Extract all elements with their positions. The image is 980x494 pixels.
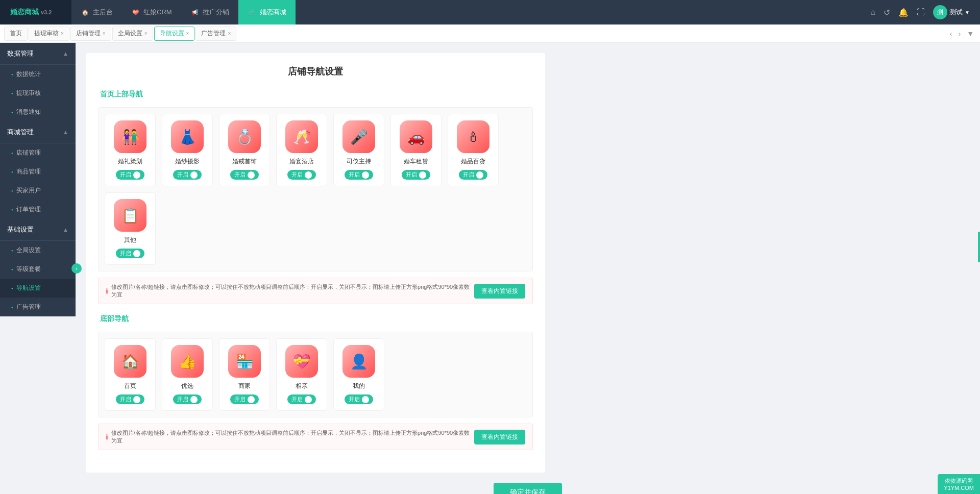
top-tabs: 🏠主后台💝红娘CRM📢推广分销🛒婚恋商城: [71, 0, 860, 24]
tab-close-icon[interactable]: ×: [144, 31, 148, 36]
nav-item-toggle-wedding-photo[interactable]: 开启: [173, 170, 202, 180]
top-tab-label-admin: 主后台: [93, 8, 113, 17]
nav-item-wedding-hotel[interactable]: 🥂婚宴酒店开启: [276, 114, 327, 186]
tab-广告管理[interactable]: 广告管理×: [195, 27, 236, 41]
top-tab-admin[interactable]: 🏠主后台: [71, 0, 122, 24]
nav-item-merchant[interactable]: 🏪商家开启: [219, 338, 270, 411]
nav-item-toggle-wedding-jewelry[interactable]: 开启: [230, 170, 259, 180]
toggle-label-wedding-hotel: 开启: [291, 171, 303, 179]
sidebar-item-withdraw-review[interactable]: 提现审核: [0, 84, 76, 103]
bottom-nav-view-link-button[interactable]: 查看内置链接: [474, 430, 525, 444]
sidebar-item-nav-settings[interactable]: 导航设置: [0, 279, 76, 298]
tab-more-arrow[interactable]: ▼: [965, 30, 976, 38]
top-tab-label-shop: 婚恋商城: [260, 8, 286, 17]
tab-close-icon[interactable]: ×: [228, 31, 231, 36]
nav-item-toggle-merchant[interactable]: 开启: [230, 394, 259, 404]
nav-item-icon-home: 🏠: [114, 345, 146, 378]
nav-item-toggle-mc-host[interactable]: 开启: [345, 170, 373, 180]
toggle-label-merchant: 开启: [234, 396, 246, 403]
sidebar-item-label-nav-settings: 导航设置: [16, 284, 41, 292]
sidebar-item-data-stats[interactable]: 数据统计: [0, 65, 76, 84]
sidebar-section-header-shop-management[interactable]: 商城管理▲: [0, 121, 76, 143]
nav-item-featured[interactable]: 👍优选开启: [162, 338, 213, 411]
nav-item-toggle-car-rental[interactable]: 开启: [402, 170, 430, 180]
toggle-label-featured: 开启: [177, 396, 188, 403]
save-bar: 确定并保存: [86, 473, 970, 494]
home-icon[interactable]: ⌂: [870, 8, 875, 17]
nav-item-toggle-gifts[interactable]: 开启: [459, 170, 487, 180]
nav-item-toggle-wedding-plan[interactable]: 开启: [116, 170, 144, 180]
avatar: 测: [933, 5, 947, 19]
top-nav-info-box: ℹ 修改图片/名称/超链接，请点击图标修改；可以按住不放拖动项目调整前后顺序；开…: [98, 278, 533, 304]
toggle-dot-home: [133, 396, 140, 403]
sidebar-section-header-basic-settings[interactable]: 基础设置▲: [0, 219, 76, 241]
nav-item-toggle-wedding-hotel[interactable]: 开启: [287, 170, 316, 180]
toggle-dot-car-rental: [419, 171, 426, 179]
nav-item-gifts[interactable]: 🕯婚品百货开启: [448, 114, 499, 186]
top-tab-promotion[interactable]: 📢推广分销: [181, 0, 238, 24]
green-indicator: [978, 232, 980, 262]
nav-item-icon-featured: 👍: [171, 345, 204, 378]
sidebar-item-buyer-user[interactable]: 买家用户: [0, 181, 76, 200]
toggle-dot-wedding-plan: [133, 171, 140, 179]
top-nav-view-link-button[interactable]: 查看内置链接: [474, 284, 525, 299]
toggle-label-other: 开启: [120, 250, 131, 257]
sidebar-collapse-button[interactable]: ‹: [71, 263, 82, 274]
bell-icon[interactable]: 🔔: [898, 8, 909, 17]
nav-item-label-featured: 优选: [181, 382, 193, 390]
nav-item-icon-mc-host: 🎤: [342, 120, 375, 153]
nav-item-wedding-jewelry[interactable]: 💍婚戒首饰开启: [219, 114, 270, 186]
sidebar-section-header-data-management[interactable]: 数据管理▲: [0, 43, 76, 65]
toggle-label-wedding-jewelry: 开启: [234, 171, 246, 179]
nav-item-matchmaking[interactable]: 💝相亲开启: [276, 338, 327, 411]
nav-item-toggle-other[interactable]: 开启: [116, 249, 144, 258]
nav-item-wedding-plan[interactable]: 👫婚礼策划开启: [105, 114, 156, 186]
user-menu[interactable]: 测 测试 ▼: [933, 5, 970, 19]
nav-item-wedding-photo[interactable]: 👗婚纱摄影开启: [162, 114, 213, 186]
tab-店铺管理[interactable]: 店铺管理×: [70, 27, 111, 41]
nav-item-mc-host[interactable]: 🎤司仪主持开启: [333, 114, 384, 186]
sidebar-section-chevron-basic-settings: ▲: [63, 227, 68, 233]
top-tab-shop[interactable]: 🛒婚恋商城: [238, 0, 296, 24]
nav-item-home[interactable]: 🏠首页开启: [105, 338, 156, 411]
expand-icon[interactable]: ⛶: [917, 8, 925, 17]
sidebar-item-level-package[interactable]: 等级套餐: [0, 260, 76, 279]
tab-close-icon[interactable]: ×: [103, 31, 106, 36]
sidebar-item-order-manage[interactable]: 订单管理: [0, 200, 76, 219]
tab-导航设置[interactable]: 导航设置×: [154, 27, 195, 41]
tab-close-icon[interactable]: ×: [61, 31, 64, 36]
nav-item-label-merchant: 商家: [238, 382, 251, 390]
nav-item-icon-wedding-plan: 👫: [114, 120, 146, 153]
sidebar-item-global-settings[interactable]: 全局设置: [0, 241, 76, 260]
save-button[interactable]: 确定并保存: [494, 483, 562, 494]
nav-item-other[interactable]: 📋其他开启: [105, 192, 156, 265]
top-bar-right: ⌂ ↺ 🔔 ⛶ 测 测试 ▼: [860, 5, 980, 19]
bottom-nav-section: 底部导航 🏠首页开启👍优选开启🏪商家开启💝相亲开启👤我的开启 ℹ 修改图片/名称…: [98, 314, 533, 450]
sidebar-item-ad-manage[interactable]: 广告管理: [0, 298, 76, 316]
sidebar-item-label-message-notify: 消息通知: [16, 108, 41, 116]
tab-close-icon[interactable]: ×: [186, 31, 189, 36]
toggle-dot-matchmaking: [305, 396, 312, 403]
tab-label: 全局设置: [118, 29, 142, 38]
tab-首页[interactable]: 首页: [4, 27, 28, 41]
nav-item-car-rental[interactable]: 🚗婚车租赁开启: [390, 114, 442, 186]
sidebar-item-label-ad-manage: 广告管理: [16, 303, 41, 311]
user-name: 测试: [949, 8, 963, 17]
nav-item-toggle-matchmaking[interactable]: 开启: [287, 394, 316, 404]
tab-prev-arrow[interactable]: ‹: [948, 30, 954, 38]
content-area: 店铺导航设置 首页上部导航 👫婚礼策划开启👗婚纱摄影开启💍婚戒首饰开启🥂婚宴酒店…: [76, 43, 980, 494]
nav-item-toggle-mine[interactable]: 开启: [345, 394, 373, 404]
nav-item-toggle-home[interactable]: 开启: [116, 394, 144, 404]
nav-item-label-gifts: 婚品百货: [461, 157, 485, 166]
sidebar-item-goods-manage[interactable]: 商品管理: [0, 162, 76, 181]
sidebar-item-label-level-package: 等级套餐: [16, 265, 41, 274]
tab-提现审核[interactable]: 提现审核×: [29, 27, 69, 41]
sidebar-item-shop-manage[interactable]: 店铺管理: [0, 143, 76, 162]
tab-全局设置[interactable]: 全局设置×: [112, 27, 153, 41]
nav-item-mine[interactable]: 👤我的开启: [333, 338, 384, 411]
nav-item-toggle-featured[interactable]: 开启: [173, 394, 202, 404]
sidebar-item-message-notify[interactable]: 消息通知: [0, 103, 76, 121]
tab-next-arrow[interactable]: ›: [956, 30, 963, 38]
refresh-icon[interactable]: ↺: [884, 8, 890, 17]
top-tab-crm[interactable]: 💝红娘CRM: [122, 0, 181, 24]
